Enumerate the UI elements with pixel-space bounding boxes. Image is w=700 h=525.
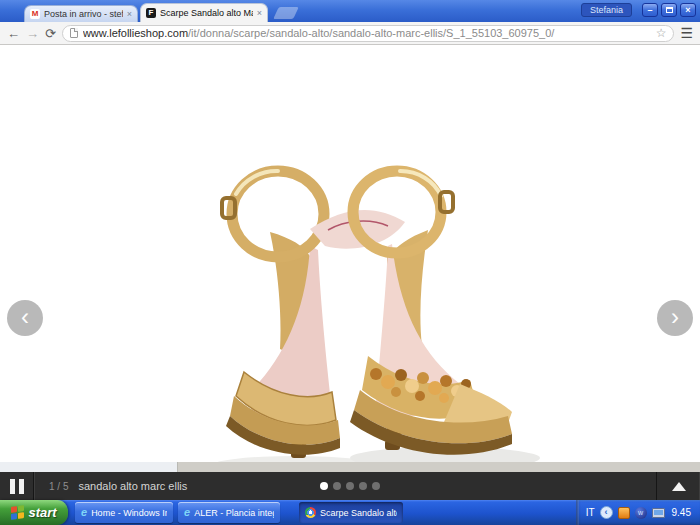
restore-icon bbox=[666, 7, 673, 13]
task-label: Home - Windows Inte... bbox=[91, 508, 167, 518]
pause-button[interactable] bbox=[0, 472, 34, 500]
task-label: ALER - Plancia integr... bbox=[194, 508, 274, 518]
windows-flag-icon bbox=[11, 505, 24, 520]
carousel-prev-button[interactable]: ‹ bbox=[7, 300, 43, 336]
page-content: ‹ › bbox=[0, 46, 700, 462]
restore-button[interactable] bbox=[661, 3, 677, 17]
task-button-chrome-scarpe[interactable]: Scarpe Sandalo alto ... bbox=[299, 502, 403, 523]
minimize-button[interactable]: – bbox=[642, 3, 658, 17]
tab-gmail[interactable]: M Posta in arrivo - stefaniaadd × bbox=[24, 5, 138, 22]
slide-dot[interactable] bbox=[333, 482, 341, 490]
language-indicator[interactable]: IT bbox=[586, 507, 595, 518]
tab-product-page[interactable]: F Scarpe Sandalo alto Marc Ell × bbox=[140, 3, 268, 22]
triangle-up-icon bbox=[672, 482, 686, 491]
close-tab-icon[interactable]: × bbox=[257, 8, 262, 18]
pause-icon bbox=[19, 479, 24, 494]
window-controls: – × bbox=[642, 3, 696, 17]
carousel-next-button[interactable]: › bbox=[657, 300, 693, 336]
browser-toolbar: ← → ⟳ www.lefollieshop.com/it/donna/scar… bbox=[0, 22, 700, 45]
profile-name-badge[interactable]: Stefania bbox=[581, 3, 632, 17]
tray-orange-app-icon[interactable] bbox=[618, 507, 630, 519]
pause-icon bbox=[10, 479, 15, 494]
chrome-icon bbox=[305, 507, 316, 518]
start-label: start bbox=[28, 505, 56, 520]
reload-icon[interactable]: ⟳ bbox=[45, 27, 56, 40]
browser-titlebar: M Posta in arrivo - stefaniaadd × F Scar… bbox=[0, 0, 700, 22]
slide-counter: 1 / 5 bbox=[49, 481, 68, 492]
address-bar[interactable]: www.lefollieshop.com/it/donna/scarpe/san… bbox=[62, 25, 675, 42]
back-icon[interactable]: ← bbox=[7, 27, 20, 40]
tab-title: Scarpe Sandalo alto Marc Ell bbox=[160, 8, 253, 18]
tray-messenger-icon[interactable]: w bbox=[635, 507, 647, 519]
slide-dot[interactable] bbox=[320, 482, 328, 490]
chrome-menu-icon[interactable]: ☰ bbox=[680, 26, 693, 40]
bookmark-star-icon[interactable]: ☆ bbox=[656, 26, 667, 40]
lefollieshop-f-icon: F bbox=[146, 8, 156, 18]
task-label: Scarpe Sandalo alto ... bbox=[320, 508, 397, 518]
url-domain: www.lefollieshop.com bbox=[83, 27, 188, 39]
internet-explorer-icon: e bbox=[184, 507, 190, 518]
slide-dot[interactable] bbox=[372, 482, 380, 490]
task-button-ie-home[interactable]: e Home - Windows Inte... bbox=[75, 502, 173, 523]
forward-icon[interactable]: → bbox=[26, 27, 39, 40]
task-buttons: e Home - Windows Inte... e ALER - Planci… bbox=[75, 502, 403, 523]
gmail-m-icon: M bbox=[30, 9, 40, 19]
scrollbar-thumb[interactable] bbox=[0, 462, 178, 472]
prev-arrow-icon: ‹ bbox=[21, 303, 29, 330]
clock[interactable]: 9.45 bbox=[672, 507, 691, 518]
windows-taskbar: start e Home - Windows Inte... e ALER - … bbox=[0, 500, 700, 525]
page-icon bbox=[70, 28, 78, 38]
slide-dot[interactable] bbox=[359, 482, 367, 490]
gallery-control-bar: 1 / 5 sandalo alto marc ellis bbox=[0, 472, 700, 500]
tab-title: Posta in arrivo - stefaniaadd bbox=[44, 9, 123, 19]
slide-dots bbox=[320, 482, 380, 490]
display-settings-icon[interactable] bbox=[652, 508, 665, 518]
close-tab-icon[interactable]: × bbox=[127, 9, 132, 19]
system-tray: IT ‹ w 9.45 bbox=[576, 500, 700, 525]
url-text[interactable]: www.lefollieshop.com/it/donna/scarpe/san… bbox=[83, 27, 651, 39]
show-thumbnails-button[interactable] bbox=[656, 472, 700, 500]
desktop-screen: M Posta in arrivo - stefaniaadd × F Scar… bbox=[0, 0, 700, 525]
start-button[interactable]: start bbox=[0, 500, 68, 525]
next-arrow-icon: › bbox=[671, 303, 679, 330]
task-button-ie-aler[interactable]: e ALER - Plancia integr... bbox=[178, 502, 280, 523]
slide-caption: sandalo alto marc ellis bbox=[78, 480, 187, 492]
new-tab-button[interactable] bbox=[273, 7, 299, 19]
url-path: /it/donna/scarpe/sandalo-alto/sandalo-al… bbox=[188, 27, 554, 39]
horizontal-scrollbar[interactable] bbox=[0, 462, 700, 472]
close-window-button[interactable]: × bbox=[680, 3, 696, 17]
product-photo-gold-sandals[interactable] bbox=[160, 134, 540, 508]
internet-explorer-icon: e bbox=[81, 507, 87, 518]
slide-dot[interactable] bbox=[346, 482, 354, 490]
hidden-icons-chevron-icon[interactable]: ‹ bbox=[600, 506, 613, 519]
